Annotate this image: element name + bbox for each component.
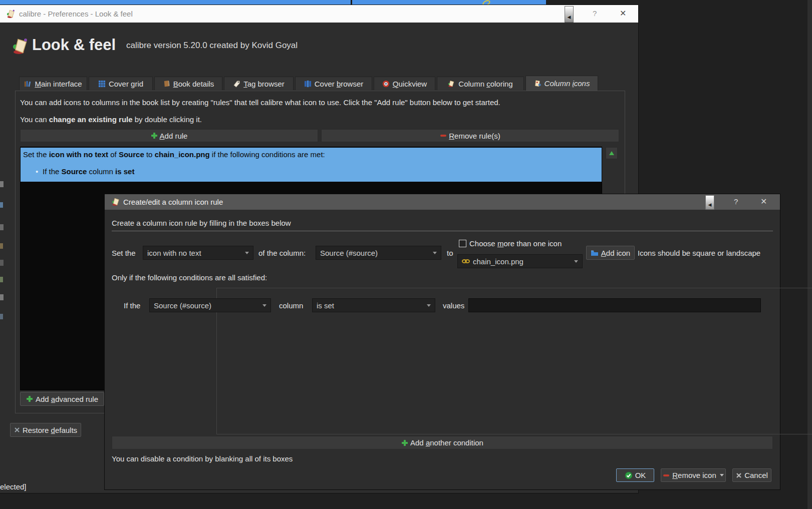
bullet-dot: • (36, 167, 38, 176)
tab-tag-browser[interactable]: Tag browser (224, 77, 294, 90)
cropped-status-text: elected] (0, 482, 27, 491)
move-rule-up-button[interactable] (606, 147, 618, 159)
dialog-subtitle: Create a column icon rule by filling in … (112, 219, 291, 227)
background-window-strip (0, 0, 546, 5)
restore-defaults-button[interactable]: Restore defaults (10, 423, 81, 437)
icon-kind-select[interactable]: icon with no text (143, 246, 253, 260)
tab-label: Column icons (545, 79, 590, 88)
window-titlebar: calibre - Preferences - Look & feel ◀ ? … (0, 5, 638, 23)
dialog-help-button[interactable]: ? (734, 197, 738, 206)
background-strip-notch (351, 0, 352, 5)
chevron-down-icon (720, 474, 724, 476)
set-the-label: Set the (112, 249, 136, 257)
chevron-down-icon (427, 304, 431, 307)
chevron-down-icon (262, 304, 266, 307)
page-subtitle: calibre version 5.20.0 created by Kovid … (126, 41, 298, 51)
add-rule-button[interactable]: Add rule (20, 129, 318, 142)
tab-cover-grid[interactable]: Cover grid (89, 77, 153, 90)
condition-op-select[interactable]: is set (312, 298, 435, 312)
icon-file-value: chain_icon.png (473, 257, 523, 266)
only-if-label: Only if the following conditions are all… (112, 273, 267, 282)
tab-label: Main interface (35, 80, 82, 88)
chevron-down-icon (245, 252, 249, 254)
values-label: values (443, 301, 464, 310)
add-another-condition-button[interactable]: Add another condition (112, 436, 773, 449)
cropped-icon (0, 294, 4, 300)
tab-label: Cover grid (109, 80, 143, 88)
remove-rule-label: Remove rule(s) (449, 132, 500, 140)
books-icon (24, 80, 32, 88)
chain-icon (462, 258, 470, 264)
caret-widget[interactable]: ◀ (565, 6, 574, 23)
plus-icon (401, 439, 408, 446)
plus-icon (151, 132, 158, 139)
calibre-logo-icon (112, 197, 121, 206)
icon-kind-value: icon with no text (147, 249, 201, 257)
tab-label: Tag browser (243, 80, 285, 88)
add-advanced-rule-button[interactable]: Add advanced rule (20, 392, 104, 406)
up-arrow-icon (609, 151, 615, 156)
choose-more-label: Choose more than one icon (469, 239, 562, 248)
tab-label: Book details (173, 80, 214, 88)
rule-text: Set the icon with no text of Source to c… (23, 150, 325, 159)
add-icon-label: Add icon (601, 249, 630, 257)
icons-icon (534, 80, 542, 88)
if-the-label: If the (124, 301, 140, 310)
ok-button[interactable]: OK (616, 468, 654, 482)
remove-icon-label: Remove icon (672, 471, 716, 479)
tab-quickview[interactable]: Quickview (374, 77, 435, 90)
remove-icon-button[interactable]: Remove icon (661, 468, 726, 482)
choose-more-checkbox[interactable] (459, 240, 466, 247)
tab-main-interface[interactable]: Main interface (19, 77, 87, 90)
dialog-title: Create/edit a column icon rule (123, 198, 223, 206)
restore-defaults-label: Restore defaults (23, 426, 77, 434)
intro-text-2: You can change an existing rule by doubl… (20, 115, 202, 124)
tab-label: Column coloring (458, 80, 512, 88)
plus-icon (26, 395, 33, 402)
column-word-label: column (279, 301, 303, 310)
intro-text-1: You can add icons to columns in the book… (20, 98, 500, 107)
clear-icon (14, 427, 20, 433)
rule-row[interactable]: Set the icon with no text of Source to c… (21, 148, 602, 182)
palette-icon (448, 80, 455, 88)
rule-condition-text: If the Source column is set (43, 167, 134, 176)
column-select[interactable]: Source (#source) (316, 246, 441, 260)
cropped-icon (0, 224, 4, 230)
add-another-condition-label: Add another condition (410, 438, 483, 447)
help-button[interactable]: ? (593, 9, 597, 18)
icon-file-select[interactable]: chain_icon.png (457, 254, 583, 268)
condition-op-value: is set (317, 301, 334, 310)
add-rule-label: Add rule (160, 132, 188, 140)
columns-icon (304, 80, 312, 88)
condition-column-select[interactable]: Source (#source) (149, 298, 271, 312)
minus-icon (663, 473, 670, 477)
grid-icon (98, 80, 106, 88)
cancel-button[interactable]: Cancel (732, 468, 771, 482)
cropped-icon (0, 260, 4, 266)
page-title: Look & feel (32, 36, 116, 54)
tab-book-details[interactable]: Book details (154, 77, 222, 90)
minus-icon (440, 134, 447, 138)
caret-widget[interactable]: ◀ (705, 195, 714, 210)
dialog-close-button[interactable]: ✕ (760, 197, 767, 206)
disable-note: You can disable a condition by blanking … (112, 454, 293, 463)
tab-label: Cover browser (315, 80, 364, 88)
values-input[interactable] (468, 298, 761, 312)
cropped-icon (0, 314, 3, 319)
create-edit-rule-dialog: Create/edit a column icon rule ◀ ? ✕ Cre… (105, 194, 780, 489)
to-label: to (447, 249, 453, 257)
dialog-titlebar: Create/edit a column icon rule ◀ ? ✕ (105, 194, 780, 210)
cropped-icon (0, 181, 4, 187)
tab-column-icons[interactable]: Column icons (525, 76, 598, 91)
tab-cover-browser[interactable]: Cover browser (295, 77, 372, 90)
add-icon-button[interactable]: Add icon (586, 246, 635, 260)
remove-rule-button[interactable]: Remove rule(s) (321, 129, 619, 142)
window-title: calibre - Preferences - Look & feel (19, 10, 133, 18)
tab-column-coloring[interactable]: Column coloring (437, 77, 524, 90)
tag-icon (233, 80, 240, 88)
ok-check-icon (625, 471, 633, 479)
cropped-icon (0, 277, 3, 282)
chevron-down-icon (574, 260, 578, 263)
chevron-down-icon (433, 252, 437, 254)
close-button[interactable]: ✕ (620, 9, 626, 18)
